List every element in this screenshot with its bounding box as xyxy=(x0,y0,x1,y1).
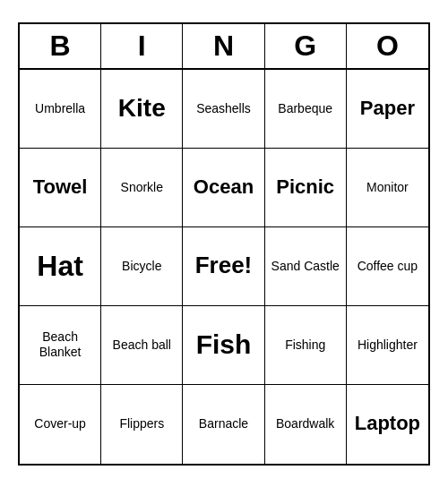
bingo-cell[interactable]: Seashells xyxy=(183,70,264,149)
cell-text: Towel xyxy=(33,175,88,199)
header-letter: I xyxy=(101,24,183,68)
cell-text: Snorkle xyxy=(121,180,163,195)
bingo-cell[interactable]: Monitor xyxy=(347,149,428,227)
bingo-cell[interactable]: Cover-up xyxy=(20,385,101,464)
cell-text: Kite xyxy=(118,93,166,124)
cell-text: Highlighter xyxy=(358,337,418,353)
cell-text: Flippers xyxy=(119,416,164,431)
bingo-cell[interactable]: Flippers xyxy=(101,385,183,464)
bingo-cell[interactable]: Laptop xyxy=(347,385,428,464)
bingo-cell[interactable]: Hat xyxy=(20,227,101,306)
bingo-cell[interactable]: Kite xyxy=(101,70,183,149)
cell-text: Fishing xyxy=(285,337,325,353)
cell-text: Coffee cup xyxy=(358,259,418,274)
header-letter: B xyxy=(20,24,101,68)
bingo-cell[interactable]: Highlighter xyxy=(347,306,428,385)
cell-text: Laptop xyxy=(355,412,420,435)
cell-text: Boardwalk xyxy=(276,416,334,431)
header-letter: N xyxy=(183,24,264,68)
bingo-cell[interactable]: Sand Castle xyxy=(265,227,347,306)
bingo-cell[interactable]: Towel xyxy=(20,149,101,227)
bingo-cell[interactable]: Fishing xyxy=(265,306,347,385)
bingo-cell[interactable]: Snorkle xyxy=(101,149,183,227)
cell-text: Beach Blanket xyxy=(23,329,97,360)
cell-text: Bicycle xyxy=(122,259,161,274)
bingo-cell[interactable]: Umbrella xyxy=(20,70,101,149)
cell-text: Free! xyxy=(195,252,253,279)
bingo-header: BINGO xyxy=(20,24,428,70)
cell-text: Picnic xyxy=(276,175,334,199)
bingo-cell[interactable]: Paper xyxy=(347,70,428,149)
cell-text: Umbrella xyxy=(35,101,85,116)
header-letter: O xyxy=(347,24,428,68)
bingo-cell[interactable]: Fish xyxy=(183,306,264,385)
bingo-cell[interactable]: Bicycle xyxy=(101,227,183,306)
cell-text: Seashells xyxy=(196,101,251,116)
cell-text: Monitor xyxy=(366,180,409,195)
cell-text: Barbeque xyxy=(278,101,332,116)
bingo-grid: UmbrellaKiteSeashellsBarbequePaperTowelS… xyxy=(20,70,428,464)
bingo-cell[interactable]: Coffee cup xyxy=(347,227,428,306)
cell-text: Hat xyxy=(37,249,83,283)
cell-text: Cover-up xyxy=(34,416,86,431)
cell-text: Beach ball xyxy=(113,337,171,353)
bingo-cell[interactable]: Ocean xyxy=(183,149,264,227)
bingo-cell[interactable]: Picnic xyxy=(265,149,347,227)
cell-text: Barnacle xyxy=(199,416,248,431)
bingo-cell[interactable]: Beach ball xyxy=(101,306,183,385)
bingo-card: BINGO UmbrellaKiteSeashellsBarbequePaper… xyxy=(18,22,430,466)
cell-text: Paper xyxy=(360,97,415,120)
header-letter: G xyxy=(265,24,347,68)
cell-text: Fish xyxy=(196,329,252,361)
cell-text: Sand Castle xyxy=(271,259,340,274)
bingo-cell[interactable]: Barnacle xyxy=(183,385,264,464)
bingo-cell[interactable]: Boardwalk xyxy=(265,385,347,464)
bingo-cell[interactable]: Beach Blanket xyxy=(20,306,101,385)
cell-text: Ocean xyxy=(194,175,254,199)
bingo-cell[interactable]: Free! xyxy=(183,227,264,306)
bingo-cell[interactable]: Barbeque xyxy=(265,70,347,149)
